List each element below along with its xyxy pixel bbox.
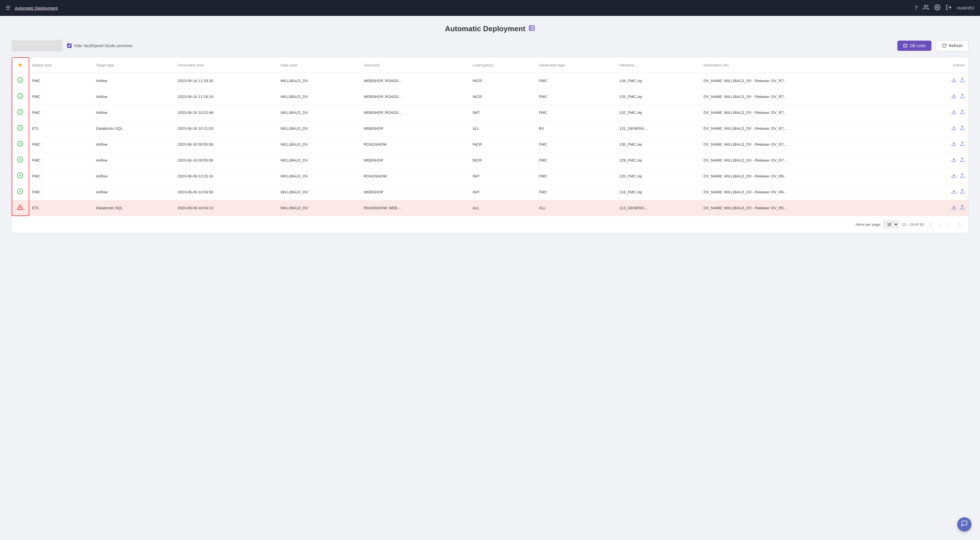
upload-icon[interactable]	[960, 173, 965, 179]
download-icon[interactable]	[951, 125, 956, 132]
upload-icon[interactable]	[960, 205, 965, 211]
cell-generation-info: DV_NAME: WILLIBALD_DV - Release: DV_R7..…	[700, 152, 919, 168]
cell-filename: 129_FMC.zip	[616, 152, 700, 168]
table-row: FMCAirflow2023-06-16 09:55:06WILLIBALD_D…	[12, 152, 968, 168]
chat-bubble[interactable]	[957, 517, 972, 532]
col-header-star: ★	[12, 57, 29, 73]
col-header-generation-time: Generation time	[174, 57, 277, 73]
download-icon[interactable]	[951, 109, 956, 116]
nav-icons: ? student52	[915, 4, 974, 12]
download-icon[interactable]	[951, 141, 956, 148]
controls-row: Hide VaultSpeed Studio previews DB Links…	[11, 40, 969, 51]
page-last-button: ⟩⟩	[955, 221, 963, 228]
cell-filename: 113_GENERA...	[616, 200, 700, 216]
actions-cell	[919, 137, 968, 152]
upload-icon[interactable]	[960, 157, 965, 164]
status-cell	[12, 105, 29, 121]
table-row: FMCAirflow2023-06-09 13:15:16WILLIBALD_D…	[12, 168, 968, 184]
status-cell	[12, 89, 29, 105]
cell-deploy-type: FMC	[29, 168, 92, 184]
upload-icon[interactable]	[960, 141, 965, 148]
cell-generation-type: FMC	[535, 152, 616, 168]
success-icon	[17, 126, 23, 132]
table-row: ETLDatabricks SQL2023-06-16 10:21:03WILL…	[12, 121, 968, 137]
cell-load-types: INCR	[469, 137, 535, 152]
items-per-page-group: Items per page: 10 5 25 50	[856, 221, 899, 228]
people-icon[interactable]	[923, 4, 929, 12]
logout-icon[interactable]	[946, 4, 952, 12]
page-prev-button[interactable]: ⟨	[938, 221, 943, 228]
download-icon[interactable]	[951, 205, 956, 211]
cell-target-type: Databricks SQL	[92, 121, 174, 137]
status-cell	[12, 200, 29, 216]
success-icon	[17, 142, 23, 148]
filename-sort-icon: ↓	[636, 64, 638, 67]
download-icon[interactable]	[951, 173, 956, 179]
cell-deploy-type: FMC	[29, 73, 92, 89]
refresh-button[interactable]: Refresh	[936, 40, 969, 51]
success-icon	[17, 110, 23, 116]
nav-title[interactable]: Automatic Deployment	[15, 6, 58, 11]
hamburger-icon[interactable]: ☰	[6, 5, 10, 11]
cell-generation-time: 2023-06-16 10:22:48	[174, 105, 277, 121]
cell-generation-type: FMC	[535, 137, 616, 152]
cell-load-types: INIT	[469, 168, 535, 184]
cell-target-type: Airflow	[92, 152, 174, 168]
cell-generation-info: DV_NAME: WILLIBALD_DV - Release: DV_R7..…	[700, 89, 919, 105]
cell-generation-time: 2023-06-16 09:55:08	[174, 137, 277, 152]
col-header-actions: Actions	[919, 57, 968, 73]
cell-target-type: Airflow	[92, 73, 174, 89]
cell-target-type: Airflow	[92, 105, 174, 121]
help-icon[interactable]: ?	[915, 5, 918, 11]
actions-cell	[919, 152, 968, 168]
cell-load-types: INIT	[469, 105, 535, 121]
hide-previews-label[interactable]: Hide VaultSpeed Studio previews	[67, 43, 133, 48]
download-icon[interactable]	[951, 94, 956, 100]
user-label[interactable]: student52	[957, 6, 975, 10]
page-title-row: Automatic Deployment	[11, 24, 969, 33]
download-icon[interactable]	[951, 78, 956, 84]
cell-filename: 131_GENERA...	[616, 121, 700, 137]
table-wrapper: ★ Deploy type Target type Generation tim…	[12, 57, 968, 216]
cell-deploy-type: FMC	[29, 89, 92, 105]
cell-deploy-type: FMC	[29, 137, 92, 152]
cell-generation-time: 2023-06-16 11:26:24	[174, 89, 277, 105]
cell-generation-info: DV_NAME: WILLIBALD_DV - Release: DV_R7..…	[700, 73, 919, 89]
page-info: 11 – 19 of 19	[902, 222, 923, 227]
table-row: FMCAirflow2023-06-09 10:59:56WILLIBALD_D…	[12, 184, 968, 200]
download-icon[interactable]	[951, 157, 956, 164]
settings-icon[interactable]	[934, 4, 940, 12]
cell-data-vault: WILLIBALD_DV	[277, 137, 361, 152]
col-header-filename[interactable]: Filename ↓	[616, 57, 700, 73]
db-links-button[interactable]: DB Links	[897, 41, 931, 51]
upload-icon[interactable]	[960, 109, 965, 116]
hide-previews-checkbox[interactable]	[67, 43, 72, 48]
cell-data-vault: WILLIBALD_DV	[277, 105, 361, 121]
items-per-page-select[interactable]: 10 5 25 50	[883, 221, 899, 228]
cell-load-types: INIT	[469, 184, 535, 200]
cell-data-vault: WILLIBALD_DV	[277, 200, 361, 216]
col-header-deploy-type: Deploy type	[29, 57, 92, 73]
page-next-button: ⟩	[947, 221, 952, 228]
download-icon[interactable]	[951, 189, 956, 195]
upload-icon[interactable]	[960, 125, 965, 132]
col-header-generation-info: Generation info	[700, 57, 919, 73]
cell-sources: WEBSHOP, ROADS...	[361, 73, 469, 89]
cell-generation-time: 2023-06-16 10:21:03	[174, 121, 277, 137]
actions-cell	[919, 200, 968, 216]
col-header-load-types: Load type(s)	[469, 57, 535, 73]
cell-sources: ROADSHOW, WEB...	[361, 200, 469, 216]
cell-data-vault: WILLIBALD_DV	[277, 184, 361, 200]
cell-generation-info: DV_NAME: WILLIBALD_DV - Release: DV_R6..…	[700, 184, 919, 200]
cell-target-type: Airflow	[92, 168, 174, 184]
col-header-target-type: Target type	[92, 57, 174, 73]
upload-icon[interactable]	[960, 94, 965, 100]
cell-target-type: Airflow	[92, 137, 174, 152]
table-header-row: ★ Deploy type Target type Generation tim…	[12, 57, 968, 73]
page-first-button[interactable]: ⟨⟨	[927, 221, 934, 228]
cell-filename: 116_FMC.zip	[616, 184, 700, 200]
star-header-icon: ★	[18, 61, 23, 68]
upload-icon[interactable]	[960, 189, 965, 195]
upload-icon[interactable]	[960, 78, 965, 84]
table-container: ★ Deploy type Target type Generation tim…	[11, 57, 969, 233]
